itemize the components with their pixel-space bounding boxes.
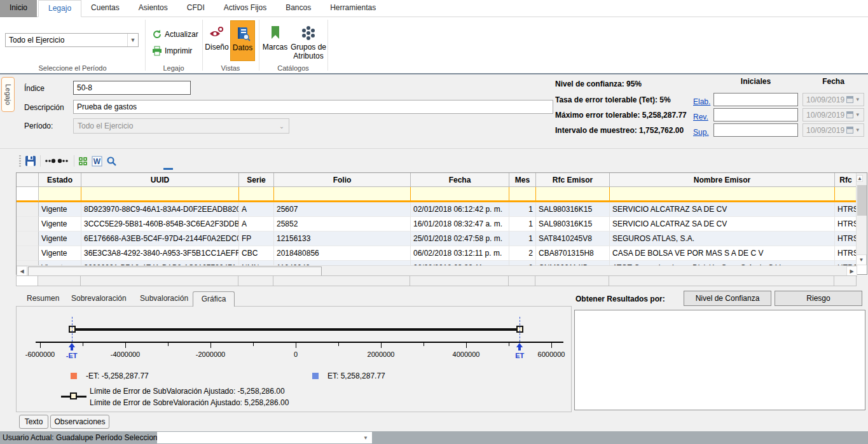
filter-cell[interactable]: [81, 187, 239, 202]
tab-legajo[interactable]: Legajo: [38, 0, 81, 17]
legajo-side-tab[interactable]: Legajo: [1, 77, 15, 112]
column-header-nombre-emisor[interactable]: Nombre Emisor: [610, 173, 835, 187]
save-icon[interactable]: [25, 155, 36, 167]
marker-arrow-icon: [69, 343, 75, 350]
cell: HTRS: [835, 261, 857, 265]
table-row[interactable]: Vigente3CCC5E29-5B81-460B-854B-3C6EA2F3D…: [17, 217, 867, 232]
column-header-estado[interactable]: Estado: [39, 173, 81, 187]
tab-texto[interactable]: Texto: [19, 415, 48, 429]
fecha-value: 10/09/2019: [806, 95, 844, 104]
table-row[interactable]: Vigente36E3C3A8-4292-3840-A953-3F5B1CC1A…: [17, 246, 867, 261]
riesgo-button[interactable]: Riesgo: [775, 291, 862, 306]
toolbar-grip-handle[interactable]: [19, 155, 21, 167]
cell: 2018480856: [274, 246, 411, 261]
tab-sobrevaloración[interactable]: Sobrevaloración: [64, 291, 132, 307]
fecha-datepicker[interactable]: 10/09/2019▼: [803, 123, 864, 137]
chevron-down-icon: ⌄: [275, 123, 289, 130]
filter-cell[interactable]: [39, 187, 81, 202]
tab-cfdi[interactable]: CFDI: [177, 0, 214, 17]
iniciales-input[interactable]: [713, 108, 798, 121]
tab-resumen[interactable]: Resumen: [19, 291, 64, 307]
table-row[interactable]: Vigente6E176668-A3EB-5C4F-97D4-2144F0A2E…: [17, 232, 867, 246]
cell: FP: [239, 232, 274, 246]
tab-observaciones[interactable]: Observaciones: [50, 415, 109, 429]
chevron-down-icon: ▼: [855, 97, 864, 102]
actualizar-button[interactable]: Actualizar: [150, 28, 200, 41]
marcas-button[interactable]: Marcas: [261, 20, 289, 61]
datos-label: Datos: [233, 43, 252, 52]
column-header-rowselector[interactable]: [17, 173, 39, 187]
table-row[interactable]: Vigente8D923970-88C9-46A1-83A4-D0F2EEADB…: [17, 202, 867, 217]
column-header-mes[interactable]: Mes: [509, 173, 536, 187]
marker-dashed-line: [520, 317, 520, 342]
fecha-datepicker[interactable]: 10/09/2019▼: [803, 108, 864, 121]
periodo-label: Período:: [24, 121, 53, 130]
column-header-rfc-emisor[interactable]: Rfc Emisor: [536, 173, 610, 187]
periodo-combobox-disabled: Todo el Ejercicio ⌄: [73, 118, 289, 134]
indice-input[interactable]: 50-8: [73, 81, 191, 95]
filter-cell[interactable]: [274, 187, 411, 202]
imprimir-button[interactable]: Imprimir: [150, 45, 194, 57]
grid-view-icon[interactable]: [78, 156, 88, 166]
filter-cell[interactable]: [509, 187, 536, 202]
grid-footer-row: [16, 275, 867, 286]
datos-button[interactable]: Datos: [230, 20, 255, 61]
fecha-value: 10/09/2019: [806, 111, 844, 120]
horizontal-scroll-thumb[interactable]: [28, 267, 322, 276]
status-period-combobox[interactable]: ▼: [157, 432, 372, 443]
iniciales-input[interactable]: [713, 93, 798, 106]
cell: Vigente: [39, 217, 81, 232]
tab-bancos[interactable]: Bancos: [276, 0, 320, 17]
vertical-scroll-thumb[interactable]: [857, 185, 867, 216]
cell: 1: [509, 217, 536, 232]
axis-major-tick: [466, 343, 467, 348]
axis-tick-label: 6000000: [529, 350, 574, 358]
chevron-down-icon: ▼: [855, 112, 864, 118]
link-elab[interactable]: Elab.: [693, 97, 710, 106]
horizontal-scrollbar[interactable]: ◀ ▶: [17, 265, 857, 276]
column-header-rfc[interactable]: Rfc: [835, 173, 857, 187]
tab-inicio[interactable]: Inicio: [0, 0, 37, 17]
dots-sequence-icon[interactable]: [45, 158, 70, 164]
vertical-scrollbar[interactable]: ▲ ▼: [856, 173, 867, 265]
cell: 36E3C3A8-4292-3840-A953-3F5B1CC1AEFF: [81, 246, 239, 261]
column-header-uuid[interactable]: UUID: [81, 173, 239, 187]
filter-cell[interactable]: [411, 187, 509, 202]
link-rev[interactable]: Rev.: [693, 113, 708, 121]
filter-cell[interactable]: [536, 187, 610, 202]
scroll-up-arrow[interactable]: ▲: [857, 175, 863, 182]
fecha-datepicker[interactable]: 10/09/2019▼: [803, 93, 864, 106]
axis-tick-label: 2000000: [359, 350, 403, 358]
descripcion-input[interactable]: Prueba de gastos: [73, 100, 553, 114]
tab-activos-fijos[interactable]: Activos Fijos: [214, 0, 276, 17]
table-row-clipped[interactable]: Vigente30020091-B7A6-4E41-BAB8-1C9107730…: [17, 261, 867, 265]
diseno-button[interactable]: Diseño: [204, 20, 230, 61]
filter-cell[interactable]: [835, 187, 857, 202]
filter-row-selector[interactable]: [17, 187, 39, 202]
column-header-fecha[interactable]: Fecha: [411, 173, 509, 187]
cell: A: [239, 217, 274, 232]
column-header-folio[interactable]: Folio: [274, 173, 411, 187]
axis-major-tick: [296, 343, 296, 348]
tab-subvaloración[interactable]: Subvaloración: [132, 291, 193, 307]
footer-cell: [238, 275, 273, 286]
tab-asientos[interactable]: Asientos: [129, 0, 177, 17]
scroll-down-arrow[interactable]: ▼: [856, 254, 867, 265]
grupos-atributos-button[interactable]: Grupos de Atributos: [290, 20, 327, 61]
cell: 6E176668-A3EB-5C4F-97D4-2144F0A2EDC0: [81, 232, 239, 246]
nivel-de-confianza-button[interactable]: Nivel de Confianza: [684, 291, 771, 306]
link-sup[interactable]: Sup.: [693, 128, 709, 137]
filter-cell[interactable]: [610, 187, 835, 202]
tab-cuentas[interactable]: Cuentas: [81, 0, 129, 17]
filter-cell[interactable]: [239, 187, 274, 202]
search-icon[interactable]: [106, 156, 117, 167]
period-combobox[interactable]: Todo el Ejercicio ▼: [5, 33, 139, 47]
tab-herramientas[interactable]: Herramientas: [320, 0, 385, 17]
column-header-serie[interactable]: Serie: [239, 173, 274, 187]
legend-limit-text: Límite de Error de SubValoración Ajustad…: [90, 387, 285, 396]
descripcion-value: Prueba de gastos: [77, 102, 137, 111]
tab-gráfica[interactable]: Gráfica: [193, 291, 235, 307]
iniciales-input[interactable]: [713, 123, 798, 137]
bookmark-icon: [270, 24, 281, 43]
word-export-icon[interactable]: W: [92, 156, 102, 167]
